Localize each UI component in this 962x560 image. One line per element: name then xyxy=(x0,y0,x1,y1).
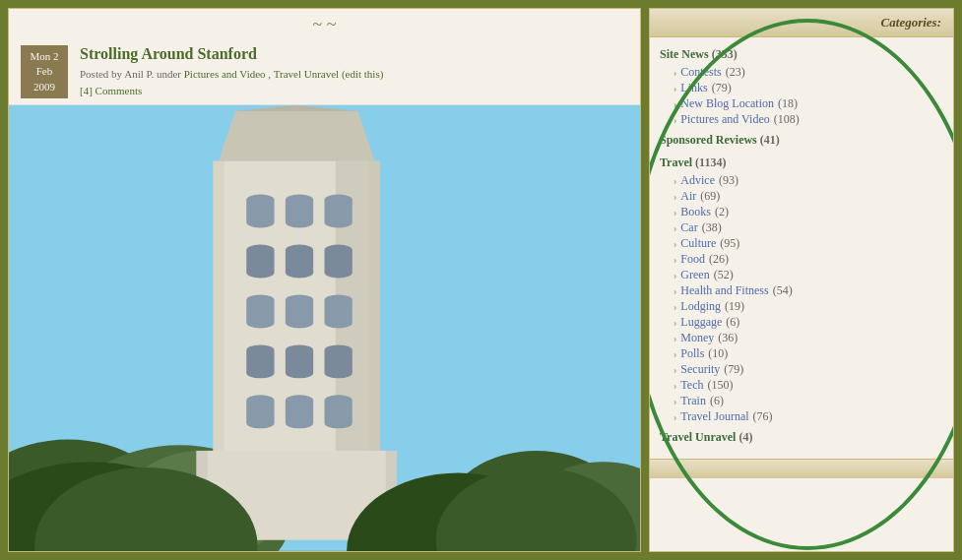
sidebar: Categories: Site News (333) › Contests (… xyxy=(649,8,954,552)
food-count: (26) xyxy=(709,252,729,267)
contests-count: (23) xyxy=(726,65,745,80)
subcat-pictures: › Pictures and Video (108) xyxy=(660,112,943,127)
post-edit-link[interactable]: (edit this) xyxy=(342,68,383,80)
svg-rect-14 xyxy=(246,245,274,279)
post-header: Mon 2 Feb 2009 Strolling Around Stanford… xyxy=(9,39,640,105)
travel-unravel-label: Travel Unravel xyxy=(660,430,736,444)
subcat-tech-link[interactable]: Tech xyxy=(680,378,703,393)
subcat-train-link[interactable]: Train xyxy=(680,394,706,408)
post-title-link[interactable]: Strolling Around Stanford xyxy=(80,45,257,62)
subcat-links-link[interactable]: Links xyxy=(680,81,707,95)
polls-count: (10) xyxy=(708,346,728,361)
subcat-luggage-link[interactable]: Luggage xyxy=(680,315,722,330)
subcat-health: › Health and Fitness (54) xyxy=(660,283,943,298)
subcat-health-link[interactable]: Health and Fitness xyxy=(680,283,768,298)
post-date-box: Mon 2 Feb 2009 xyxy=(21,45,68,98)
post-day-label: Mon 2 xyxy=(27,49,62,64)
arrow-icon: › xyxy=(673,270,676,280)
category-sponsored: Sponsored Reviews (41) xyxy=(660,131,943,150)
links-count: (79) xyxy=(712,81,732,95)
books-count: (2) xyxy=(715,205,729,219)
arrow-icon: › xyxy=(673,67,676,78)
svg-rect-24 xyxy=(286,396,313,429)
decorative-divider: ~ ~ xyxy=(9,9,640,39)
category-travel-link[interactable]: Travel (1134) xyxy=(660,154,943,172)
categories-list: Site News (333) › Contests (23) › Links … xyxy=(650,37,953,455)
site-news-label: Site News xyxy=(660,47,709,61)
subcat-books-link[interactable]: Books xyxy=(680,205,711,219)
subcat-train: › Train (6) xyxy=(660,394,943,408)
category-sponsored-link[interactable]: Sponsored Reviews (41) xyxy=(660,131,943,150)
arrow-icon: › xyxy=(673,175,676,186)
category-site-news-link[interactable]: Site News (333) xyxy=(660,45,943,64)
advice-count: (93) xyxy=(719,173,738,188)
post-meta: Posted by Anil P. under Pictures and Vid… xyxy=(80,66,628,83)
arrow-icon: › xyxy=(673,191,676,202)
sponsored-count: (41) xyxy=(760,133,780,147)
subcat-new-blog-link[interactable]: New Blog Location xyxy=(680,96,774,111)
subcat-advice: › Advice (93) xyxy=(660,173,943,188)
subcat-security-link[interactable]: Security xyxy=(680,362,720,377)
train-count: (6) xyxy=(710,394,724,408)
arrow-icon: › xyxy=(673,98,676,109)
categories-header: Categories: xyxy=(650,9,953,37)
post-category-link-2[interactable]: Travel Unravel xyxy=(274,68,340,80)
svg-rect-11 xyxy=(246,195,274,228)
svg-rect-21 xyxy=(286,345,313,379)
subcat-green: › Green (52) xyxy=(660,268,943,282)
subcat-air-link[interactable]: Air xyxy=(680,189,696,204)
subcat-new-blog: › New Blog Location (18) xyxy=(660,96,943,111)
subcat-travel-journal-link[interactable]: Travel Journal xyxy=(680,409,748,424)
subcat-polls-link[interactable]: Polls xyxy=(680,346,704,361)
post-comments-link[interactable]: [4] Comments xyxy=(80,85,142,96)
arrow-icon: › xyxy=(673,317,676,328)
arrow-icon: › xyxy=(673,348,676,359)
car-count: (38) xyxy=(702,220,722,235)
svg-rect-25 xyxy=(325,396,353,429)
subcat-culture-link[interactable]: Culture xyxy=(680,236,716,251)
arrow-icon: › xyxy=(673,222,676,233)
travel-count: (1134) xyxy=(695,156,726,169)
svg-rect-19 xyxy=(325,295,353,329)
subcat-pictures-link[interactable]: Pictures and Video xyxy=(680,112,769,127)
svg-rect-13 xyxy=(325,195,353,228)
travel-unravel-count: (4) xyxy=(738,430,752,444)
subcat-advice-link[interactable]: Advice xyxy=(680,173,715,188)
arrow-icon: › xyxy=(673,380,676,391)
tilde-decoration: ~ ~ xyxy=(313,15,337,34)
svg-rect-18 xyxy=(286,295,313,329)
subcat-lodging-link[interactable]: Lodging xyxy=(680,299,721,314)
subcat-green-link[interactable]: Green xyxy=(680,268,709,282)
category-site-news: Site News (333) › Contests (23) › Links … xyxy=(660,45,943,127)
arrow-icon: › xyxy=(673,207,676,218)
arrow-icon: › xyxy=(673,238,676,249)
subcat-tech: › Tech (150) xyxy=(660,378,943,393)
subcat-money-link[interactable]: Money xyxy=(680,331,714,345)
money-count: (36) xyxy=(718,331,738,345)
svg-marker-9 xyxy=(219,111,374,161)
subcat-contests-link[interactable]: Contests xyxy=(680,65,721,80)
svg-rect-22 xyxy=(325,345,353,379)
post-month: Feb xyxy=(27,64,62,79)
sponsored-label: Sponsored Reviews xyxy=(660,133,757,147)
green-count: (52) xyxy=(714,268,734,282)
post-year: 2009 xyxy=(27,80,62,94)
subcat-food: › Food (26) xyxy=(660,252,943,267)
category-travel-unravel-link[interactable]: Travel Unravel (4) xyxy=(660,428,943,447)
arrow-icon: › xyxy=(673,285,676,296)
travel-label: Travel xyxy=(660,156,692,169)
category-travel-unravel: Travel Unravel (4) xyxy=(660,428,943,447)
subcat-food-link[interactable]: Food xyxy=(680,252,705,267)
category-travel: Travel (1134) › Advice (93) › Air (69) ›… xyxy=(660,154,943,424)
subcat-security: › Security (79) xyxy=(660,362,943,377)
subcat-car-link[interactable]: Car xyxy=(680,220,697,235)
health-count: (54) xyxy=(773,283,793,298)
post-meta-prefix: Posted by Anil P. under xyxy=(80,68,181,80)
post-category-link-1[interactable]: Pictures and Video xyxy=(184,68,266,80)
subcat-lodging: › Lodging (19) xyxy=(660,299,943,314)
arrow-icon: › xyxy=(673,364,676,375)
content-area: ~ ~ Mon 2 Feb 2009 Strolling Around Stan… xyxy=(8,8,641,552)
arrow-icon: › xyxy=(673,114,676,125)
lodging-count: (19) xyxy=(725,299,744,314)
arrow-icon: › xyxy=(673,301,676,312)
